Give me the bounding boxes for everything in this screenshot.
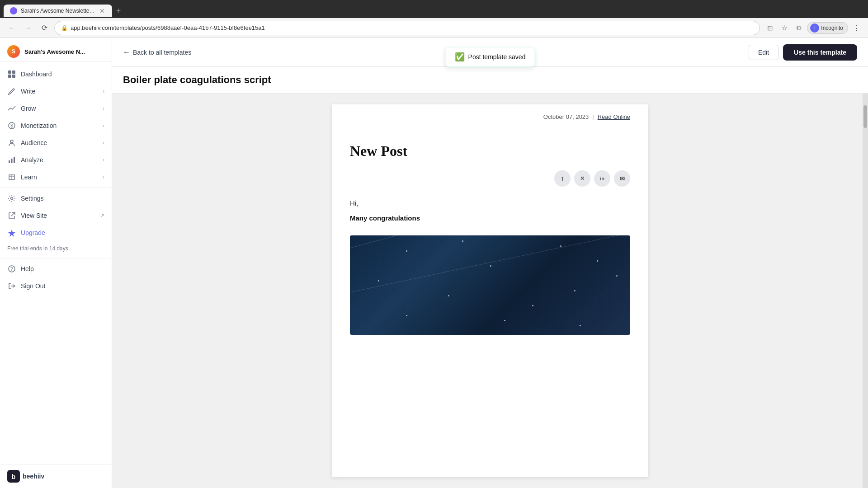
- beehiiv-label: beehiiv: [23, 473, 44, 480]
- sidebar-item-settings[interactable]: Settings: [0, 190, 112, 207]
- new-tab-button[interactable]: +: [112, 5, 125, 17]
- stars-container: [350, 235, 630, 335]
- star: [462, 240, 463, 242]
- sidebar-item-write[interactable]: Write ›: [0, 83, 112, 100]
- learn-icon: [7, 173, 16, 182]
- sidebar-item-grow[interactable]: Grow ›: [0, 100, 112, 117]
- grow-label: Grow: [21, 105, 98, 112]
- svg-text:?: ?: [10, 266, 13, 272]
- help-label: Help: [21, 265, 104, 272]
- external-link-indicator: ↗: [100, 212, 104, 219]
- sidebar-item-dashboard[interactable]: Dashboard: [0, 66, 112, 83]
- star: [504, 320, 505, 321]
- settings-icon: [7, 194, 16, 203]
- tab-bar: Sarah's Awesome Newsletter - b... ✕ +: [0, 0, 868, 18]
- sidebar-item-analyze[interactable]: Analyze ›: [0, 151, 112, 169]
- write-icon: [7, 87, 16, 96]
- monetization-chevron-icon: ›: [103, 122, 104, 129]
- separator: |: [592, 113, 594, 120]
- svg-text:b: b: [12, 473, 16, 480]
- svg-rect-0: [8, 70, 11, 74]
- active-tab[interactable]: Sarah's Awesome Newsletter - b... ✕: [4, 5, 112, 17]
- sidebar-item-learn[interactable]: Learn ›: [0, 169, 112, 186]
- security-lock-icon: 🔒: [61, 25, 68, 31]
- upgrade-icon: [7, 228, 16, 237]
- svg-rect-9: [14, 157, 15, 163]
- main-content: ✅ Post template saved ← Back to all temp…: [112, 38, 868, 488]
- toast-message: Post template saved: [468, 53, 526, 61]
- email-share-icon-button[interactable]: ✉: [614, 170, 630, 187]
- page-title: Boiler plate coagulations script: [123, 74, 857, 86]
- email-hero-image: [350, 235, 630, 335]
- preview-scrollbar-thumb[interactable]: [863, 105, 867, 128]
- grow-chevron-icon: ›: [103, 105, 104, 112]
- browser-chrome: Sarah's Awesome Newsletter - b... ✕ + ← …: [0, 0, 868, 38]
- preview-pane[interactable]: October 07, 2023 | Read Online New Post …: [112, 94, 868, 488]
- sidebar-item-help[interactable]: ? Help: [0, 260, 112, 277]
- sidebar: S Sarah's Awesome N... Dashboard Write ›: [0, 38, 112, 488]
- browser-toolbar: ← → ⟳ 🔒 app.beehiiv.com/templates/posts/…: [0, 18, 868, 38]
- email-body: New Post f ✕ in ✉ Hi, Many congratulatio…: [332, 129, 648, 348]
- nav-section: Dashboard Write › Grow › $ Monet: [0, 62, 112, 298]
- svg-point-10: [11, 197, 13, 200]
- edit-button[interactable]: Edit: [749, 45, 778, 60]
- twitter-x-icon-button[interactable]: ✕: [574, 170, 590, 187]
- help-icon: ?: [7, 264, 16, 273]
- facebook-icon-button[interactable]: f: [554, 170, 571, 187]
- sidebar-item-monetization[interactable]: $ Monetization ›: [0, 117, 112, 134]
- star: [406, 250, 407, 252]
- menu-button[interactable]: ⋮: [850, 22, 863, 34]
- svg-line-11: [11, 212, 15, 216]
- dashboard-label: Dashboard: [21, 70, 104, 78]
- success-toast: ✅ Post template saved: [445, 47, 535, 67]
- read-online-link[interactable]: Read Online: [598, 113, 630, 120]
- breadcrumb: ← Back to all templates: [123, 48, 191, 56]
- linkedin-icon-button[interactable]: in: [594, 170, 610, 187]
- svg-rect-8: [11, 159, 13, 163]
- audience-icon: [7, 138, 16, 147]
- back-button[interactable]: ←: [5, 22, 18, 34]
- use-template-button[interactable]: Use this template: [783, 44, 857, 61]
- forward-button[interactable]: →: [22, 22, 34, 34]
- svg-rect-2: [8, 75, 11, 78]
- reload-button[interactable]: ⟳: [38, 22, 51, 34]
- dashboard-icon: [7, 70, 16, 79]
- sign-out-label: Sign Out: [21, 282, 104, 290]
- monetization-label: Monetization: [21, 122, 98, 129]
- star: [378, 280, 379, 282]
- star: [490, 265, 491, 267]
- star: [560, 245, 561, 247]
- email-header: October 07, 2023 | Read Online: [332, 104, 648, 129]
- settings-label: Settings: [21, 195, 104, 202]
- cast-icon[interactable]: ⊡: [764, 22, 776, 34]
- sidebar-item-view-site[interactable]: View Site ↗: [0, 207, 112, 224]
- title-area: Boiler plate coagulations script: [112, 67, 868, 94]
- sidebar-item-sign-out[interactable]: Sign Out: [0, 277, 112, 295]
- email-preview: October 07, 2023 | Read Online New Post …: [332, 104, 648, 477]
- audience-chevron-icon: ›: [103, 140, 104, 146]
- site-name: Sarah's Awesome N...: [24, 48, 85, 55]
- grow-icon: [7, 104, 16, 113]
- address-bar[interactable]: 🔒 app.beehiiv.com/templates/posts/6988aa…: [54, 21, 760, 35]
- profile-label: Incognito: [821, 25, 843, 31]
- tab-title: Sarah's Awesome Newsletter - b...: [21, 8, 95, 14]
- social-icons: f ✕ in ✉: [350, 170, 630, 187]
- audience-label: Audience: [21, 139, 98, 146]
- sign-out-icon: [7, 282, 16, 291]
- back-link[interactable]: ← Back to all templates: [123, 48, 191, 56]
- sidebar-item-audience[interactable]: Audience ›: [0, 134, 112, 151]
- svg-rect-1: [12, 70, 15, 74]
- tab-close-button[interactable]: ✕: [99, 7, 106, 14]
- email-post-title: New Post: [350, 143, 630, 160]
- bookmark-icon[interactable]: ☆: [778, 22, 791, 34]
- star: [580, 325, 581, 326]
- svg-rect-7: [9, 160, 10, 163]
- star: [532, 305, 533, 306]
- toast-check-icon: ✅: [455, 52, 465, 62]
- preview-scrollbar-track[interactable]: [863, 94, 868, 488]
- profile-badge[interactable]: I Incognito: [807, 22, 848, 34]
- sidebar-item-upgrade[interactable]: Upgrade: [0, 224, 112, 241]
- split-view-icon[interactable]: ⧉: [793, 22, 805, 34]
- top-actions: Edit Use this template: [749, 44, 857, 61]
- star: [597, 260, 598, 262]
